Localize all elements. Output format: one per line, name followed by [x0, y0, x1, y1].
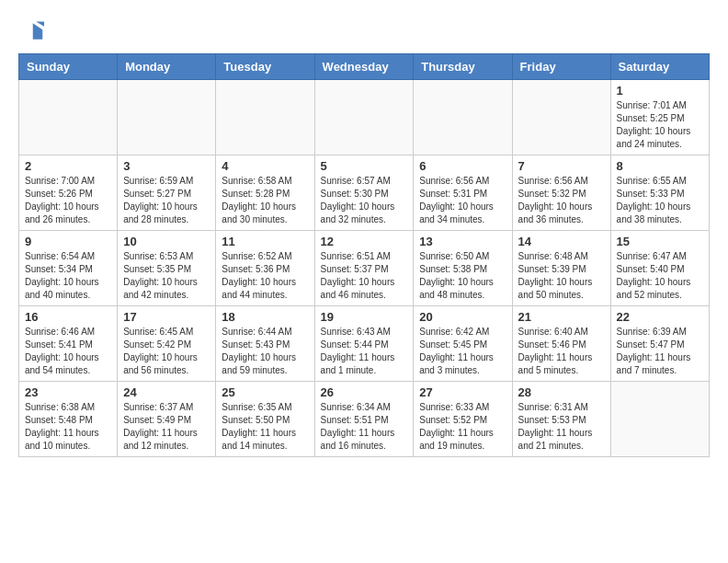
day-number: 8 — [617, 159, 703, 173]
day-number: 16 — [25, 310, 111, 324]
calendar-day-cell: 12Sunrise: 6:51 AM Sunset: 5:37 PM Dayli… — [314, 231, 414, 306]
day-info: Sunrise: 6:47 AM Sunset: 5:40 PM Dayligh… — [617, 250, 703, 302]
calendar-day-cell: 17Sunrise: 6:45 AM Sunset: 5:42 PM Dayli… — [118, 306, 216, 382]
calendar-day-cell: 23Sunrise: 6:38 AM Sunset: 5:48 PM Dayli… — [19, 382, 118, 457]
calendar-week-row: 16Sunrise: 6:46 AM Sunset: 5:41 PM Dayli… — [19, 306, 710, 382]
calendar-day-cell: 11Sunrise: 6:52 AM Sunset: 5:36 PM Dayli… — [216, 231, 314, 306]
day-number: 24 — [123, 385, 210, 399]
calendar-day-cell: 15Sunrise: 6:47 AM Sunset: 5:40 PM Dayli… — [610, 231, 709, 306]
day-number: 20 — [419, 310, 506, 324]
day-info: Sunrise: 6:43 AM Sunset: 5:44 PM Dayligh… — [321, 326, 408, 377]
day-number: 11 — [222, 235, 308, 248]
logo-icon — [18, 18, 44, 44]
calendar-day-cell: 7Sunrise: 6:56 AM Sunset: 5:32 PM Daylig… — [512, 155, 610, 231]
day-info: Sunrise: 6:44 AM Sunset: 5:43 PM Dayligh… — [222, 326, 308, 377]
calendar-day-cell: 24Sunrise: 6:37 AM Sunset: 5:49 PM Dayli… — [118, 382, 216, 457]
day-number: 2 — [25, 159, 111, 173]
calendar-day-cell: 16Sunrise: 6:46 AM Sunset: 5:41 PM Dayli… — [19, 306, 118, 382]
calendar-day-cell: 19Sunrise: 6:43 AM Sunset: 5:44 PM Dayli… — [314, 306, 414, 382]
day-number: 7 — [518, 159, 605, 173]
calendar-week-row: 9Sunrise: 6:54 AM Sunset: 5:34 PM Daylig… — [19, 231, 710, 306]
day-info: Sunrise: 6:33 AM Sunset: 5:52 PM Dayligh… — [419, 401, 506, 453]
day-number: 22 — [617, 310, 703, 324]
day-info: Sunrise: 6:48 AM Sunset: 5:39 PM Dayligh… — [518, 250, 605, 302]
day-number: 9 — [25, 235, 111, 248]
calendar-day-cell: 3Sunrise: 6:59 AM Sunset: 5:27 PM Daylig… — [118, 155, 216, 231]
calendar-day-cell: 20Sunrise: 6:42 AM Sunset: 5:45 PM Dayli… — [414, 306, 512, 382]
calendar-day-cell: 27Sunrise: 6:33 AM Sunset: 5:52 PM Dayli… — [414, 382, 512, 457]
day-info: Sunrise: 6:51 AM Sunset: 5:37 PM Dayligh… — [321, 250, 408, 302]
calendar-day-cell — [414, 80, 512, 155]
day-info: Sunrise: 6:53 AM Sunset: 5:35 PM Dayligh… — [123, 250, 210, 302]
day-number: 4 — [222, 159, 308, 173]
day-info: Sunrise: 6:39 AM Sunset: 5:47 PM Dayligh… — [617, 326, 703, 377]
day-number: 26 — [321, 385, 408, 399]
day-info: Sunrise: 6:35 AM Sunset: 5:50 PM Dayligh… — [222, 401, 308, 453]
day-number: 5 — [321, 159, 408, 173]
day-number: 14 — [518, 235, 605, 248]
calendar-day-cell: 8Sunrise: 6:55 AM Sunset: 5:33 PM Daylig… — [610, 155, 709, 231]
day-info: Sunrise: 6:45 AM Sunset: 5:42 PM Dayligh… — [123, 326, 210, 377]
calendar-day-cell — [19, 80, 118, 155]
day-number: 1 — [617, 84, 703, 98]
day-info: Sunrise: 6:56 AM Sunset: 5:32 PM Dayligh… — [518, 175, 605, 226]
day-number: 15 — [617, 235, 703, 248]
day-info: Sunrise: 6:54 AM Sunset: 5:34 PM Dayligh… — [25, 250, 111, 302]
day-number: 13 — [419, 235, 506, 248]
calendar-day-cell: 14Sunrise: 6:48 AM Sunset: 5:39 PM Dayli… — [512, 231, 610, 306]
calendar-day-cell: 4Sunrise: 6:58 AM Sunset: 5:28 PM Daylig… — [216, 155, 314, 231]
day-info: Sunrise: 6:46 AM Sunset: 5:41 PM Dayligh… — [25, 326, 111, 377]
day-info: Sunrise: 6:59 AM Sunset: 5:27 PM Dayligh… — [123, 175, 210, 226]
calendar-day-cell — [118, 80, 216, 155]
weekday-header: Monday — [118, 54, 216, 80]
calendar-table: SundayMondayTuesdayWednesdayThursdayFrid… — [18, 53, 710, 457]
day-info: Sunrise: 6:50 AM Sunset: 5:38 PM Dayligh… — [419, 250, 506, 302]
day-info: Sunrise: 6:56 AM Sunset: 5:31 PM Dayligh… — [419, 175, 506, 226]
calendar-week-row: 2Sunrise: 7:00 AM Sunset: 5:26 PM Daylig… — [19, 155, 710, 231]
day-number: 23 — [25, 385, 111, 399]
calendar-day-cell: 13Sunrise: 6:50 AM Sunset: 5:38 PM Dayli… — [414, 231, 512, 306]
day-number: 18 — [222, 310, 308, 324]
day-number: 10 — [123, 235, 210, 248]
day-info: Sunrise: 6:58 AM Sunset: 5:28 PM Dayligh… — [222, 175, 308, 226]
day-info: Sunrise: 6:31 AM Sunset: 5:53 PM Dayligh… — [518, 401, 605, 453]
day-number: 28 — [518, 385, 605, 399]
day-info: Sunrise: 6:37 AM Sunset: 5:49 PM Dayligh… — [123, 401, 210, 453]
day-info: Sunrise: 6:34 AM Sunset: 5:51 PM Dayligh… — [321, 401, 408, 453]
logo — [18, 18, 48, 44]
weekday-header: Saturday — [610, 54, 709, 80]
calendar-week-row: 23Sunrise: 6:38 AM Sunset: 5:48 PM Dayli… — [19, 382, 710, 457]
weekday-header: Friday — [512, 54, 610, 80]
calendar-day-cell: 18Sunrise: 6:44 AM Sunset: 5:43 PM Dayli… — [216, 306, 314, 382]
calendar-day-cell — [512, 80, 610, 155]
day-number: 17 — [123, 310, 210, 324]
calendar-day-cell: 5Sunrise: 6:57 AM Sunset: 5:30 PM Daylig… — [314, 155, 414, 231]
day-info: Sunrise: 6:38 AM Sunset: 5:48 PM Dayligh… — [25, 401, 111, 453]
weekday-header: Sunday — [19, 54, 118, 80]
weekday-header: Tuesday — [216, 54, 314, 80]
day-info: Sunrise: 7:00 AM Sunset: 5:26 PM Dayligh… — [25, 175, 111, 226]
day-info: Sunrise: 7:01 AM Sunset: 5:25 PM Dayligh… — [617, 99, 703, 151]
calendar-day-cell — [216, 80, 314, 155]
day-number: 19 — [321, 310, 408, 324]
day-number: 12 — [321, 235, 408, 248]
calendar-week-row: 1Sunrise: 7:01 AM Sunset: 5:25 PM Daylig… — [19, 80, 710, 155]
calendar-day-cell: 6Sunrise: 6:56 AM Sunset: 5:31 PM Daylig… — [414, 155, 512, 231]
day-number: 25 — [222, 385, 308, 399]
calendar-day-cell — [610, 382, 709, 457]
calendar-day-cell — [314, 80, 414, 155]
day-number: 27 — [419, 385, 506, 399]
day-info: Sunrise: 6:52 AM Sunset: 5:36 PM Dayligh… — [222, 250, 308, 302]
calendar-day-cell: 2Sunrise: 7:00 AM Sunset: 5:26 PM Daylig… — [19, 155, 118, 231]
day-info: Sunrise: 6:42 AM Sunset: 5:45 PM Dayligh… — [419, 326, 506, 377]
day-info: Sunrise: 6:57 AM Sunset: 5:30 PM Dayligh… — [321, 175, 408, 226]
weekday-header: Thursday — [414, 54, 512, 80]
calendar-day-cell: 1Sunrise: 7:01 AM Sunset: 5:25 PM Daylig… — [610, 80, 709, 155]
calendar-header-row: SundayMondayTuesdayWednesdayThursdayFrid… — [19, 54, 710, 80]
calendar-day-cell: 22Sunrise: 6:39 AM Sunset: 5:47 PM Dayli… — [610, 306, 709, 382]
calendar-day-cell: 26Sunrise: 6:34 AM Sunset: 5:51 PM Dayli… — [314, 382, 414, 457]
calendar-day-cell: 21Sunrise: 6:40 AM Sunset: 5:46 PM Dayli… — [512, 306, 610, 382]
day-number: 21 — [518, 310, 605, 324]
day-info: Sunrise: 6:40 AM Sunset: 5:46 PM Dayligh… — [518, 326, 605, 377]
calendar-day-cell: 10Sunrise: 6:53 AM Sunset: 5:35 PM Dayli… — [118, 231, 216, 306]
